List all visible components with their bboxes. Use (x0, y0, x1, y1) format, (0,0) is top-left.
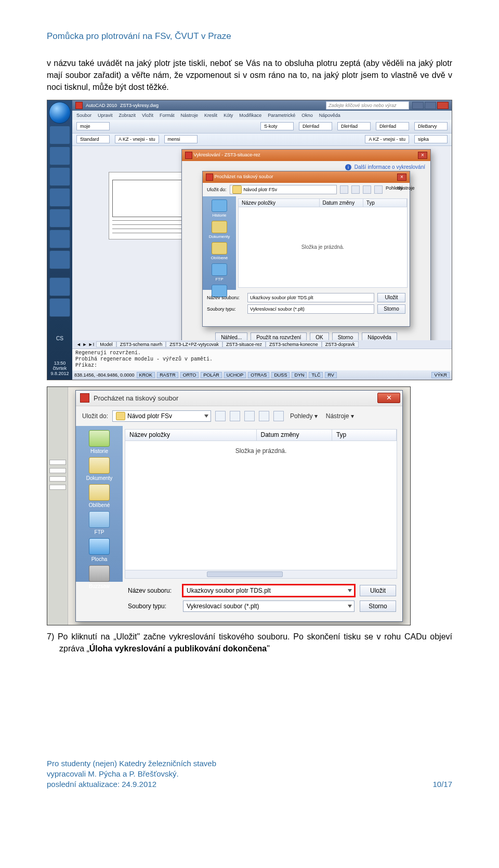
taskbar-button[interactable] (49, 298, 70, 317)
tools-menu[interactable]: Nástroje ▾ (324, 412, 356, 420)
save-button[interactable]: Uložit (360, 585, 396, 596)
minimize-button[interactable] (412, 102, 424, 109)
col-date[interactable]: Datum změny (320, 199, 363, 207)
back-icon[interactable] (215, 411, 226, 421)
taskbar-button[interactable] (49, 209, 70, 228)
views-menu[interactable]: Pohledy (386, 185, 394, 194)
layout-tab[interactable]: ZST3-situace-rez (222, 341, 266, 348)
status-toggle[interactable]: VÝKR (431, 372, 450, 378)
place-ftp[interactable]: FTP (207, 263, 232, 282)
style-combo[interactable]: S-koty (260, 122, 294, 130)
menu-item[interactable]: Parametrické (268, 113, 295, 118)
back-icon[interactable] (340, 185, 348, 194)
col-name[interactable]: Název položky (125, 430, 257, 440)
status-toggle[interactable]: RASTR (157, 372, 178, 378)
place-favorites[interactable]: Oblíbené (207, 242, 232, 260)
dialog-titlebar[interactable]: Procházet na tiskový soubor ✕ (76, 391, 402, 406)
filetype-combo[interactable]: Vykreslovací soubor (*.plt) (183, 600, 354, 612)
layout-tab[interactable]: ZST3-schema navrh (116, 341, 166, 348)
place-documents[interactable]: Dokumenty (80, 457, 119, 481)
col-name[interactable]: Název položky (239, 199, 320, 207)
menu-item[interactable]: Kreslit (204, 113, 217, 118)
status-toggle[interactable]: ORTO (180, 372, 199, 378)
language-indicator[interactable]: CS (47, 336, 72, 341)
search-input[interactable]: Zadejte klíčové slovo nebo výraz (326, 101, 409, 110)
status-toggle[interactable]: UCHOP (224, 372, 246, 378)
combo[interactable]: sipka (414, 135, 448, 143)
close-button[interactable]: ✕ (377, 393, 400, 403)
status-toggle[interactable]: DYN (292, 372, 307, 378)
place-ftp[interactable]: FTP (80, 511, 119, 535)
start-orb-icon[interactable] (49, 102, 71, 124)
menu-item[interactable]: Upravit (98, 113, 113, 118)
file-list[interactable]: Název položky Datum změny Typ Složka je … (125, 429, 397, 579)
folder-combo[interactable]: Návod plotr FSv (112, 410, 211, 422)
status-toggle[interactable]: RV (325, 372, 336, 378)
filename-input[interactable]: Ukazkovy soubor plotr TDS.plt (247, 293, 374, 302)
menu-item[interactable]: Modifikace (239, 113, 261, 118)
browse-titlebar[interactable]: Procházet na tiskový soubor × (203, 171, 410, 183)
plot-combo[interactable]: DleBarvy (414, 122, 448, 130)
layout-tab[interactable]: ZST3-LZ+PZ-vytycovak (166, 341, 222, 348)
status-toggle[interactable]: KROK (137, 372, 155, 378)
close-button[interactable] (437, 102, 449, 109)
combo[interactable]: A KZ - vnejsi - stu (115, 135, 159, 143)
newfolder-icon[interactable] (273, 411, 284, 421)
menu-item[interactable]: Okno (301, 113, 313, 118)
menu-item[interactable]: Soubor (76, 113, 91, 118)
taskbar-button[interactable] (49, 146, 70, 165)
plot-dialog-titlebar[interactable]: Vykreslování - ZST3-situace-rez × (182, 150, 430, 161)
status-toggle[interactable]: DUSS (271, 372, 290, 378)
place-history[interactable]: Historie (207, 199, 232, 218)
taskbar-button[interactable] (49, 126, 70, 144)
place-documents[interactable]: Dokumenty (207, 221, 232, 239)
views-menu[interactable]: Pohledy ▾ (288, 412, 320, 420)
save-button[interactable]: Uložit (377, 293, 405, 302)
color-combo[interactable]: DleHlad (299, 122, 332, 130)
status-toggle[interactable]: OTRAS (248, 372, 269, 378)
ltype-combo[interactable]: DleHlad (337, 122, 371, 130)
up-icon[interactable] (230, 411, 240, 421)
taskbar-button[interactable] (49, 230, 70, 248)
drawing-canvas[interactable]: Vykreslování - ZST3-situace-rez × i Dalš… (72, 146, 452, 349)
cancel-button[interactable]: Storno (360, 600, 396, 612)
col-type[interactable]: Typ (332, 430, 397, 440)
menu-item[interactable]: Nápověda (319, 113, 340, 118)
combo[interactable]: Standard (76, 135, 110, 143)
close-icon[interactable]: × (397, 173, 406, 181)
maximize-button[interactable] (425, 102, 436, 109)
delete-icon[interactable] (259, 411, 269, 421)
scrollbar-thumb[interactable] (207, 571, 283, 577)
taskbar-button[interactable] (49, 167, 70, 186)
menu-item[interactable]: Kóty (224, 113, 233, 118)
search-icon[interactable] (363, 185, 371, 194)
menu-item[interactable]: Formát (160, 113, 175, 118)
filetype-combo[interactable]: Vykreslovací soubor (*.plt) (247, 304, 374, 314)
menu-item[interactable]: Zobrazit (119, 113, 136, 118)
search-icon[interactable] (244, 411, 255, 421)
tools-menu[interactable]: Nástroje (397, 185, 405, 194)
status-toggle[interactable]: TLČ (309, 372, 323, 378)
delete-icon[interactable] (374, 185, 383, 194)
col-date[interactable]: Datum změny (257, 430, 332, 440)
lweight-combo[interactable]: DleHlad (376, 122, 409, 130)
taskbar-button[interactable] (49, 277, 70, 296)
combo[interactable]: mensi (164, 135, 198, 143)
layer-combo[interactable]: moje (76, 122, 110, 130)
up-icon[interactable] (351, 185, 360, 194)
layout-tab[interactable]: Model (96, 341, 116, 348)
menu-item[interactable]: Nástroje (181, 113, 199, 118)
horizontal-scrollbar[interactable] (125, 570, 397, 578)
layout-tab[interactable]: ZST3-dopravk (322, 341, 359, 348)
place-desktop[interactable]: Plocha (80, 538, 119, 562)
filename-input[interactable]: Ukazkovy soubor plotr TDS.plt (183, 585, 354, 596)
status-toggle[interactable]: POLÁR (201, 372, 222, 378)
place-buzzsaw[interactable]: Buzzsaw (80, 565, 119, 589)
menu-item[interactable]: Vložit (142, 113, 153, 118)
file-list[interactable]: Název položky Datum změny Typ Složka je … (238, 198, 408, 288)
cancel-button[interactable]: Storno (377, 304, 405, 314)
folder-combo[interactable]: Návod plotr FSv (230, 185, 337, 194)
place-history[interactable]: Historie (80, 430, 119, 454)
combo[interactable]: A KZ - vnejsi - stu (365, 135, 409, 143)
col-type[interactable]: Typ (363, 199, 407, 207)
